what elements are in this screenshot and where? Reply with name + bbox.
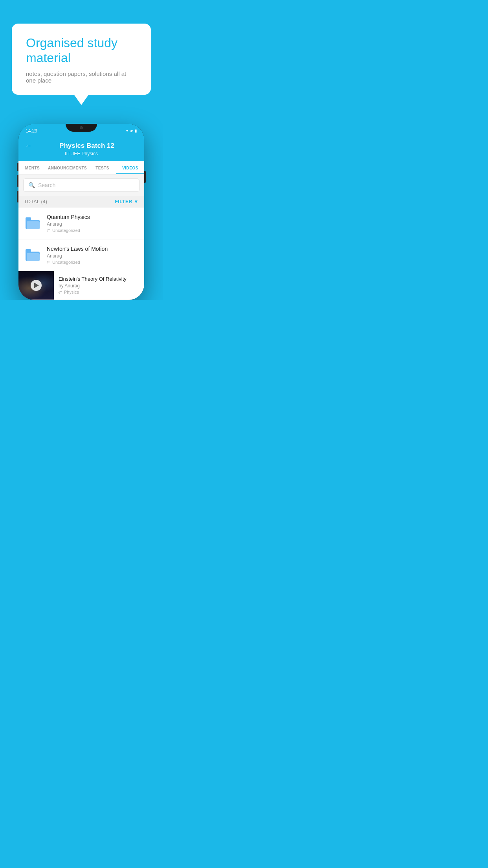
tab-videos[interactable]: VIDEOS: [116, 161, 144, 174]
filter-bar: TOTAL (4) FILTER ▼: [18, 196, 144, 208]
video-info: Einstein's Theory Of Relativity by Anura…: [54, 272, 144, 298]
video-title: Einstein's Theory Of Relativity: [59, 276, 139, 282]
status-bar: 14:29 ▾ ◂▪ ▮: [18, 124, 144, 138]
total-count: TOTAL (4): [24, 199, 48, 204]
item-author: Anurag: [47, 253, 139, 259]
tag-label: Uncategorized: [52, 260, 80, 265]
tag-icon: 🏷: [59, 290, 62, 294]
tag-icon: 🏷: [47, 228, 51, 232]
status-time: 14:29: [26, 128, 37, 134]
phone-notch: [66, 124, 97, 132]
front-camera: [80, 126, 83, 129]
bubble-subtitle: notes, question papers, solutions all at…: [26, 70, 137, 84]
list-item[interactable]: Quantum Physics Anurag 🏷 Uncategorized: [18, 208, 144, 239]
header-row: ← Physics Batch 12: [25, 142, 138, 150]
play-triangle-icon: [34, 283, 39, 288]
signal-icon: ◂▪: [130, 129, 133, 133]
phone-screen: 14:29 ▾ ◂▪ ▮ ← Physics Batch 12 IIT JEE …: [18, 124, 144, 300]
tab-ments[interactable]: MENTS: [18, 161, 46, 174]
tab-tests[interactable]: TESTS: [88, 161, 116, 174]
top-section: Organised study material notes, question…: [0, 0, 163, 103]
item-tag: 🏷 Uncategorized: [47, 260, 139, 265]
folder-icon-wrap: [24, 246, 41, 264]
header-subtitle: IIT JEE Physics: [25, 151, 138, 156]
folder-icon: [26, 217, 40, 229]
search-placeholder: Search: [38, 182, 55, 188]
item-title: Newton's Laws of Motion: [47, 246, 139, 252]
filter-icon: ▼: [134, 199, 139, 204]
folder-front: [27, 221, 40, 229]
list-item[interactable]: Newton's Laws of Motion Anurag 🏷 Uncateg…: [18, 239, 144, 271]
item-title: Quantum Physics: [47, 214, 139, 220]
back-button[interactable]: ←: [25, 142, 32, 150]
search-bar-area: 🔍 Search: [18, 175, 144, 196]
item-tag: 🏷 Uncategorized: [47, 228, 139, 233]
search-bar[interactable]: 🔍 Search: [23, 178, 139, 192]
tag-label: Physics: [64, 290, 79, 294]
play-button[interactable]: [31, 280, 42, 291]
folder-icon-wrap: [24, 215, 41, 232]
bubble-title: Organised study material: [26, 35, 137, 66]
filter-button[interactable]: FILTER ▼: [115, 199, 139, 204]
tag-label: Uncategorized: [52, 228, 80, 233]
item-author: Anurag: [47, 221, 139, 227]
speech-bubble: Organised study material notes, question…: [12, 24, 151, 95]
filter-label: FILTER: [115, 199, 132, 204]
header-title: Physics Batch 12: [36, 142, 138, 150]
tabs-bar: MENTS ANNOUNCEMENTS TESTS VIDEOS: [18, 161, 144, 175]
list-item-video[interactable]: Einstein's Theory Of Relativity by Anura…: [18, 271, 144, 300]
status-icons: ▾ ◂▪ ▮: [126, 129, 137, 133]
item-info: Newton's Laws of Motion Anurag 🏷 Uncateg…: [47, 246, 139, 265]
video-thumbnail: [18, 271, 54, 300]
folder-icon: [26, 249, 40, 261]
video-author: by Anurag: [59, 283, 139, 289]
tag-icon: 🏷: [47, 260, 51, 264]
video-tag: 🏷 Physics: [59, 290, 139, 294]
folder-front: [27, 253, 40, 261]
battery-icon: ▮: [135, 129, 137, 133]
item-info: Quantum Physics Anurag 🏷 Uncategorized: [47, 214, 139, 233]
tab-announcements[interactable]: ANNOUNCEMENTS: [46, 161, 88, 174]
content-list: Quantum Physics Anurag 🏷 Uncategorized: [18, 208, 144, 300]
phone-wrapper: 14:29 ▾ ◂▪ ▮ ← Physics Batch 12 IIT JEE …: [18, 124, 144, 300]
search-icon: 🔍: [28, 182, 35, 188]
app-header: ← Physics Batch 12 IIT JEE Physics: [18, 138, 144, 161]
phone-power-button: [144, 171, 146, 183]
wifi-icon: ▾: [126, 129, 128, 133]
